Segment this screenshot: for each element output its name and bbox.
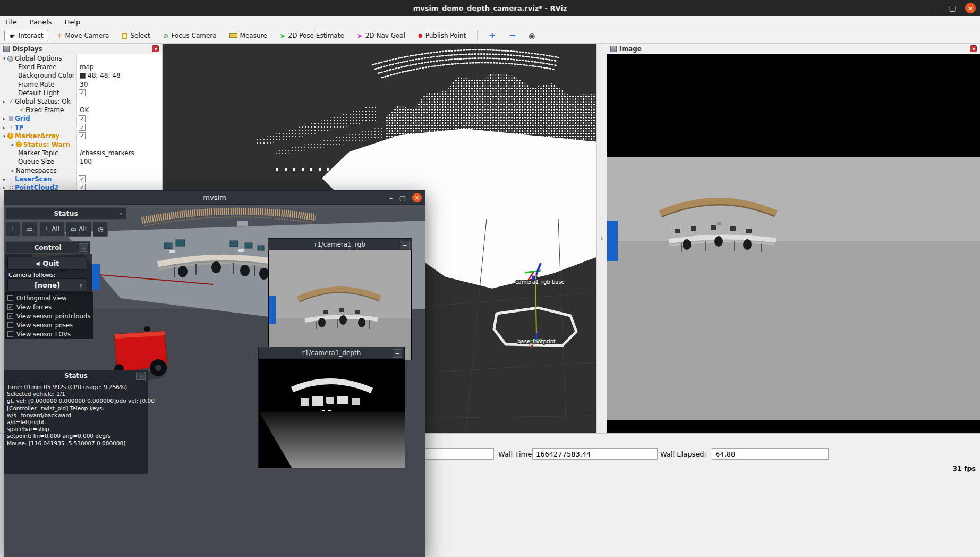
- measure-tool[interactable]: Measure: [225, 30, 272, 41]
- nav-goal-tool[interactable]: ➤ 2D Nav Goal: [352, 30, 410, 41]
- tree-row-frame-rate[interactable]: Frame Rate 30: [0, 80, 162, 89]
- checkbox[interactable]: ✓: [79, 132, 86, 139]
- mvsim-title-bar[interactable]: mvsim – ▢ ×: [4, 191, 425, 205]
- option-view-sensor-poses[interactable]: View sensor poses: [7, 320, 93, 330]
- mvsim-clock-button[interactable]: ◷: [93, 222, 108, 237]
- displays-panel-title: Displays: [12, 45, 42, 53]
- chevron-right-icon[interactable]: ›: [600, 234, 603, 242]
- tree-row-fixed-frame-status[interactable]: ✓ Fixed Frame OK: [0, 106, 162, 114]
- move-camera-tool[interactable]: ✛ Move Camera: [52, 30, 114, 41]
- minimize-button[interactable]: –: [929, 3, 940, 13]
- interact-tool[interactable]: ☛ Interact: [4, 30, 48, 41]
- select-tool[interactable]: Select: [117, 30, 155, 41]
- tree-row-background-color[interactable]: Background Color 48; 48; 48: [0, 71, 162, 80]
- displays-panel-icon: [3, 46, 10, 52]
- checkbox[interactable]: [7, 331, 13, 337]
- wall-time-field[interactable]: [532, 448, 658, 460]
- camera1-depth-window[interactable]: r1/camera1_depth −: [258, 347, 405, 468]
- checkbox[interactable]: [7, 322, 13, 328]
- expander-icon[interactable]: ▸: [1, 99, 7, 104]
- checkbox[interactable]: ✓: [79, 115, 86, 122]
- publish-point-tool[interactable]: ● Publish Point: [413, 30, 471, 41]
- tree-row-global-options[interactable]: ▾ Global Options: [0, 54, 162, 63]
- quit-button[interactable]: ◀ Quit: [7, 257, 87, 270]
- collapse-button[interactable]: −: [79, 243, 88, 252]
- tree-value[interactable]: 30: [80, 81, 88, 88]
- expander-icon[interactable]: ▸: [1, 176, 7, 182]
- menu-item-help[interactable]: Help: [65, 18, 81, 26]
- mvsim-axis-button[interactable]: ⊥: [5, 222, 20, 237]
- panel-splitter[interactable]: ›: [596, 44, 607, 433]
- tree-row-grid[interactable]: ▸ ▦ Grid ✓: [0, 114, 162, 123]
- menu-item-panels[interactable]: Panels: [30, 18, 52, 26]
- checkbox[interactable]: ✓: [79, 175, 86, 182]
- tree-row-marker-topic[interactable]: Marker Topic /chassis_markers: [0, 149, 162, 157]
- tree-row-namespaces[interactable]: ▸ Namespaces: [0, 166, 162, 174]
- remove-tool-button[interactable]: −: [504, 30, 521, 41]
- mvsim-window-all-button[interactable]: ▭ All: [66, 222, 91, 237]
- close-button[interactable]: ×: [965, 3, 976, 13]
- window-title: mvsim_demo_depth_camera.rviz* - RViz: [413, 4, 567, 12]
- tree-value[interactable]: /chassis_markers: [80, 149, 134, 157]
- checkbox[interactable]: [7, 295, 13, 301]
- image-panel-close-button[interactable]: [970, 45, 977, 52]
- option-view-sensor-pointclouds[interactable]: ✓ View sensor pointclouds: [7, 311, 93, 320]
- camera-follows-select[interactable]: [none] ›: [7, 278, 87, 292]
- tree-value[interactable]: 48; 48; 48: [80, 72, 121, 79]
- expander-icon[interactable]: ▸: [1, 185, 7, 190]
- mvsim-minimize-button[interactable]: –: [389, 194, 393, 202]
- mvsim-close-button[interactable]: ×: [412, 193, 422, 202]
- tool-properties-button[interactable]: ◉: [524, 30, 540, 41]
- tree-row-status-warn[interactable]: ▸ ! Status: Warn: [0, 140, 162, 149]
- option-view-forces[interactable]: ✓ View forces: [7, 302, 93, 311]
- pose-estimate-tool[interactable]: ➤ 2D Pose Estimate: [275, 30, 349, 41]
- tf-axes-icon: ⊥: [7, 124, 15, 131]
- tree-row-global-status[interactable]: ▸ ✓ Global Status: Ok: [0, 97, 162, 106]
- wall-elapsed-field[interactable]: [712, 448, 829, 460]
- expander-icon[interactable]: ▸: [10, 168, 16, 173]
- tree-label: Global Status: Ok: [15, 98, 71, 105]
- tree-row-marker-array[interactable]: ▾ ! MarkerArray ✓: [0, 132, 162, 140]
- expander-icon[interactable]: ▸: [1, 116, 7, 121]
- checkbox[interactable]: ✓: [79, 89, 86, 96]
- mvsim-maximize-button[interactable]: ▢: [399, 194, 406, 202]
- expander-icon[interactable]: ▾: [1, 133, 7, 139]
- displays-panel-close-button[interactable]: [152, 45, 159, 52]
- checkbox[interactable]: ✓: [7, 313, 13, 319]
- tree-row-default-light[interactable]: Default Light ✓: [0, 89, 162, 97]
- tree-value[interactable]: 100: [80, 158, 92, 165]
- maximize-button[interactable]: ▢: [947, 3, 958, 13]
- tool-label: 2D Nav Goal: [365, 32, 405, 39]
- option-label: View forces: [16, 303, 52, 311]
- tree-row-tf[interactable]: ▸ ⊥ TF ✓: [0, 123, 162, 132]
- camera1-rgb-title-bar[interactable]: r1/camera1_rgb −: [268, 239, 412, 250]
- tree-row-fixed-frame[interactable]: Fixed Frame map: [0, 63, 162, 71]
- minimize-button[interactable]: −: [393, 349, 402, 358]
- mvsim-window-button[interactable]: ▭: [22, 222, 37, 237]
- focus-camera-tool[interactable]: ⊕ Focus Camera: [158, 30, 221, 41]
- expander-icon[interactable]: ▸: [1, 125, 7, 130]
- checkbox[interactable]: ✓: [79, 124, 86, 131]
- mvsim-status-panel-header[interactable]: Status −: [4, 370, 148, 382]
- red-dot-icon: ●: [418, 33, 423, 38]
- expander-icon[interactable]: ▾: [1, 56, 7, 61]
- checkbox[interactable]: ✓: [7, 304, 13, 310]
- menu-item-file[interactable]: File: [5, 18, 17, 26]
- tree-label: TF: [15, 124, 23, 131]
- camera1-depth-title-bar[interactable]: r1/camera1_depth −: [259, 347, 404, 359]
- camera1-rgb-window[interactable]: r1/camera1_rgb −: [268, 238, 412, 360]
- add-tool-button[interactable]: +: [484, 30, 500, 41]
- minimize-button[interactable]: −: [136, 372, 146, 380]
- tree-row-laserscan[interactable]: ▸ ∴ LaserScan ✓: [0, 175, 162, 183]
- expander-icon[interactable]: ▸: [10, 142, 16, 147]
- option-orthogonal-view[interactable]: Orthogonal view: [7, 293, 93, 302]
- option-view-sensor-fovs[interactable]: View sensor FOVs: [7, 330, 93, 339]
- tree-row-queue-size[interactable]: Queue Size 100: [0, 157, 162, 166]
- mvsim-window: mvsim – ▢ ×: [4, 190, 425, 557]
- mvsim-control-header[interactable]: Control −: [5, 241, 90, 254]
- tree-value[interactable]: map: [80, 63, 94, 71]
- mvsim-status-header[interactable]: Status ›: [5, 207, 126, 220]
- camera-image: [607, 54, 980, 433]
- minimize-button[interactable]: −: [400, 241, 410, 249]
- mvsim-axis-all-button[interactable]: ⊥ All: [39, 222, 64, 237]
